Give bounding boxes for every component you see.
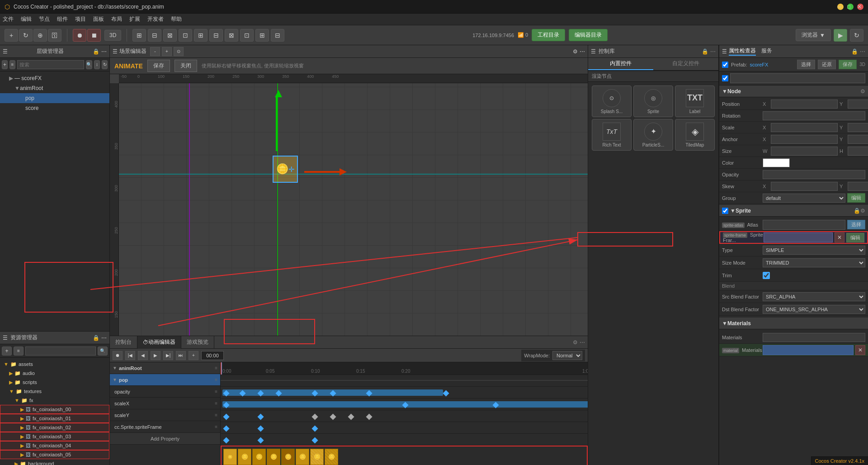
builtin-tab[interactable]: 内置控件 <box>588 58 653 70</box>
kf-opacity-5[interactable] <box>348 413 354 420</box>
menu-node[interactable]: 节点 <box>39 15 50 23</box>
asset-item-fx[interactable]: ▼ 📁 fx <box>0 396 109 405</box>
asset-search-btn[interactable]: 🔍 <box>98 346 108 356</box>
anim-more-icon[interactable]: ⋯ <box>580 339 585 346</box>
align-center-btn[interactable]: ⊟ <box>148 29 161 42</box>
menu-developer[interactable]: 开发者 <box>147 15 164 23</box>
hierarchy-item-pop[interactable]: pop <box>0 93 109 103</box>
materials-section-header[interactable]: ▼ Materials <box>719 318 868 329</box>
maximize-btn[interactable]: □ <box>847 4 854 10</box>
hierarchy-search-btn[interactable]: 🔍 <box>86 60 92 69</box>
menu-project[interactable]: 项目 <box>75 15 86 23</box>
menu-file[interactable]: 文件 <box>3 15 14 23</box>
tab-service[interactable]: 服务 <box>761 47 772 56</box>
rotation-input[interactable]: 0 <box>763 111 865 120</box>
sf-5[interactable]: 🪙 <box>281 449 295 465</box>
widget-splash[interactable]: ⊙ Splash S... <box>592 85 632 117</box>
align-right-btn[interactable]: ⊠ <box>163 29 177 42</box>
match-w-btn[interactable]: ⊞ <box>255 29 269 42</box>
prop-row-opacity[interactable]: opacity ≡ <box>110 386 220 398</box>
tab-preview[interactable]: 游戏预览 <box>181 336 214 349</box>
minimize-btn[interactable]: ─ <box>837 4 844 10</box>
src-blend-select[interactable]: SRC_ALPHA <box>763 292 865 301</box>
sf-1[interactable]: 🪙 <box>223 449 237 465</box>
widget-sprite[interactable]: ◎ Sprite <box>633 85 673 117</box>
control-more-icon[interactable]: ⋯ <box>710 48 716 55</box>
next-frame-btn[interactable]: ⏭ <box>176 351 186 360</box>
sf-6[interactable]: 🪙 <box>296 449 309 465</box>
node-name-input[interactable]: pop <box>730 73 865 83</box>
stop-btn[interactable]: ⏹ <box>87 29 101 42</box>
menu-extension[interactable]: 扩展 <box>129 15 140 23</box>
node-section-header[interactable]: ▼ Node ⚙ <box>719 85 868 97</box>
kf-opacity-1[interactable] <box>223 413 229 420</box>
hierarchy-add-btn[interactable]: + <box>2 60 8 69</box>
asset-item-audio[interactable]: ▶ 📁 audio <box>0 369 109 378</box>
kf-opacity-3[interactable] <box>311 413 318 420</box>
prop-menu-icon[interactable]: ≡ <box>215 365 217 370</box>
save-animate-btn[interactable]: 保存 <box>147 60 170 72</box>
tab-inspector[interactable]: 属性检查器 <box>729 47 756 56</box>
sizemode-select[interactable]: TRIMMED <box>763 258 865 267</box>
prop-menu-icon[interactable]: ≡ <box>215 389 217 394</box>
align-mid-btn[interactable]: ⊞ <box>194 29 208 42</box>
menu-component[interactable]: 组件 <box>57 15 68 23</box>
node-checkbox[interactable] <box>722 75 728 81</box>
prop-row-add[interactable]: Add Property <box>110 433 220 445</box>
kf-scalex-3[interactable] <box>311 425 318 432</box>
materials-count-input[interactable]: 1 <box>763 333 865 342</box>
align-bot-btn[interactable]: ⊟ <box>209 29 223 42</box>
widget-richtext[interactable]: TxT Rich Text <box>592 119 632 151</box>
asset-item-scripts[interactable]: ▶ 📁 scripts <box>0 378 109 387</box>
widget-label[interactable]: TXT Label <box>675 85 715 117</box>
prop-menu-icon[interactable]: ≡ <box>215 413 217 418</box>
scale-x-input[interactable]: 1 <box>771 123 838 132</box>
skew-y-input[interactable]: 0 <box>848 182 868 191</box>
group-edit-btn[interactable]: 编辑 <box>847 193 865 203</box>
asset-item-fx05[interactable]: ▶ 🖼 fx_coinxiaosh_05 <box>0 450 109 459</box>
keyframe-pop-8[interactable] <box>443 390 449 396</box>
hierarchy-item-score[interactable]: score <box>0 103 109 113</box>
project-dir-btn[interactable]: 工程目录 <box>532 29 565 41</box>
scene-viewport[interactable]: -50 0 100 150 200 250 300 350 400 450 40… <box>110 74 588 336</box>
sprite-section-header[interactable]: ▼ Sprite 🔒 ⚙ <box>719 205 868 217</box>
right-axis-handle[interactable] <box>304 171 340 173</box>
choose-atlas-btn[interactable]: 选择 <box>847 220 865 229</box>
select-btn[interactable]: ⊕ <box>33 29 47 42</box>
asset-item-textures[interactable]: ▼ 📁 textures <box>0 387 109 396</box>
menu-panel[interactable]: 面板 <box>93 15 104 23</box>
menu-layout[interactable]: 布局 <box>111 15 122 23</box>
prop-menu-icon[interactable]: ≡ <box>215 424 217 429</box>
menu-help[interactable]: 帮助 <box>171 15 182 23</box>
zoom-in-btn[interactable]: + <box>162 47 172 56</box>
anim-settings-icon[interactable]: ⚙ <box>573 339 578 346</box>
tab-anim-editor[interactable]: ⏱ 动画编辑器 <box>137 336 181 349</box>
anchor-y-input[interactable]: 0.5 <box>848 135 868 144</box>
add-event-btn[interactable]: + <box>189 351 198 360</box>
play-btn[interactable]: ▶ <box>834 29 847 42</box>
prop-row-scaley[interactable]: scaleY ≡ <box>110 409 220 421</box>
align-top-btn[interactable]: ⊡ <box>179 29 192 42</box>
align-left-btn[interactable]: ⊞ <box>132 29 146 42</box>
asset-search-input[interactable] <box>25 346 96 356</box>
kf-opacity-2[interactable] <box>257 413 264 420</box>
up-arrow-handle[interactable] <box>275 90 282 97</box>
kf-scaley-1[interactable] <box>223 437 229 443</box>
opacity-input[interactable]: 255 <box>763 170 865 179</box>
trim-checkbox[interactable] <box>763 272 770 279</box>
play-anim-btn[interactable]: ▶ <box>151 351 160 360</box>
hierarchy-item-animroot[interactable]: ▼ animRoot <box>0 83 109 93</box>
settings-icon[interactable]: ⚙ <box>573 48 578 55</box>
reset-view-btn[interactable]: ⊙ <box>174 47 184 56</box>
asset-add-btn[interactable]: + <box>2 346 12 356</box>
prefab-checkbox[interactable] <box>722 62 728 68</box>
widget-tiledmap[interactable]: ◈ TiledMap <box>675 119 715 151</box>
asset-more-icon[interactable]: ⋯ <box>101 335 107 341</box>
tab-console[interactable]: 控制台 <box>110 336 137 349</box>
sf-2[interactable]: 🪙 <box>238 449 251 465</box>
skew-x-input[interactable]: 0 <box>771 182 838 191</box>
frame-edit-btn[interactable]: 编辑 <box>846 233 864 242</box>
sf-4[interactable]: 🪙 <box>267 449 280 465</box>
hierarchy-sort-btn[interactable]: ≡ <box>9 60 15 69</box>
prop-row-spriteframe[interactable]: cc.Sprite.spriteFrame ≡ <box>110 421 220 433</box>
